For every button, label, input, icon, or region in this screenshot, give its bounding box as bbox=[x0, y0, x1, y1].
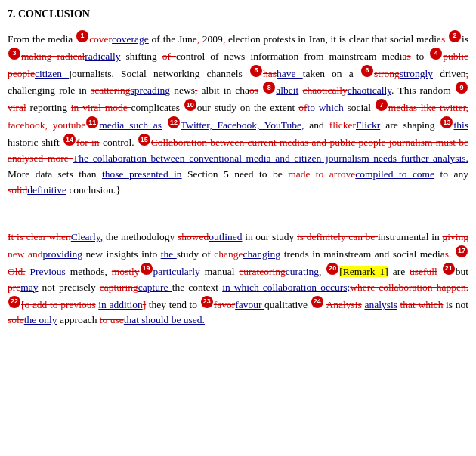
badge-22: 22 bbox=[8, 296, 20, 308]
badge-7: 7 bbox=[376, 99, 388, 111]
badge-19: 19 bbox=[141, 263, 153, 275]
badge-21: 21 bbox=[443, 263, 455, 275]
badge-2: 2 bbox=[449, 30, 461, 42]
badge-17: 17 bbox=[456, 245, 468, 257]
badge-20: 20 bbox=[326, 263, 338, 275]
badge-10: 10 bbox=[184, 99, 196, 111]
badge-6: 6 bbox=[361, 65, 373, 77]
badge-23: 23 bbox=[201, 296, 213, 308]
badge-15: 15 bbox=[138, 134, 150, 146]
badge-3: 3 bbox=[8, 48, 20, 60]
badge-12: 12 bbox=[168, 116, 180, 128]
section-title: 7. CONCLUSION bbox=[8, 6, 468, 23]
paragraph-2: It is clear whenClearly, the methodology… bbox=[8, 230, 468, 329]
paragraph-1: From the media 1covercoverage of the Jun… bbox=[8, 30, 468, 199]
badge-14: 14 bbox=[63, 134, 76, 146]
badge-11: 11 bbox=[86, 116, 98, 128]
badge-9: 9 bbox=[456, 82, 468, 94]
badge-8: 8 bbox=[263, 82, 275, 94]
badge-4: 4 bbox=[430, 48, 442, 60]
badge-24: 24 bbox=[311, 296, 323, 308]
paragraph-blank bbox=[8, 206, 468, 222]
badge-5: 5 bbox=[250, 65, 262, 77]
badge-13: 13 bbox=[440, 116, 453, 128]
badge-1: 1 bbox=[76, 30, 88, 42]
